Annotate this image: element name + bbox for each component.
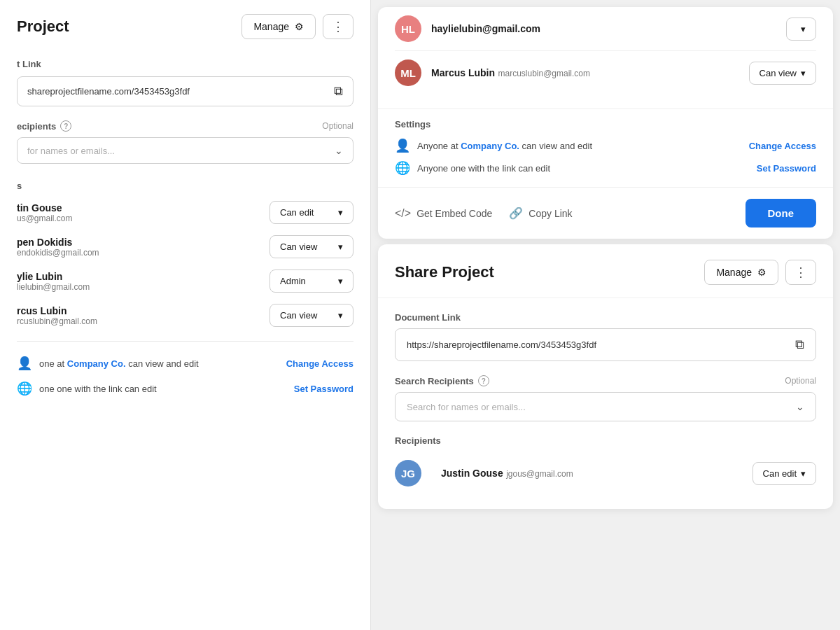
recipients-label-left: ecipients ? — [17, 120, 71, 132]
avatar-hayli: HL — [395, 15, 421, 42]
bottom-dots-icon: ⋮ — [794, 265, 807, 279]
company-settings-text: one at Company Co. can view and edit — [39, 358, 199, 369]
done-button[interactable]: Done — [746, 199, 817, 227]
embed-code-button[interactable]: </> Get Embed Code — [395, 207, 492, 220]
right-panel: HL haylielubin@gmail.com ▾ ML Marcus Lub… — [371, 0, 840, 630]
divider — [17, 341, 354, 342]
top-modal-body: HL haylielubin@gmail.com ▾ ML Marcus Lub… — [378, 7, 833, 108]
avatar-marcus: ML — [395, 59, 421, 86]
doc-link-box-bottom: https://shareprojectfilename.com/3453453… — [395, 328, 816, 361]
help-icon-bottom[interactable]: ? — [478, 375, 489, 386]
manage-label: Manage — [253, 21, 289, 32]
recipient-info: pen Dokidis endokidis@gmail.com — [17, 237, 99, 258]
recipient-row: ylie Lubin lielubin@gmail.com Admin ▾ — [17, 270, 354, 293]
permission-dropdown-3[interactable]: Can view ▾ — [270, 304, 354, 327]
recipient-name: rcus Lubin — [17, 305, 97, 316]
user-row-hayli: HL haylielubin@gmail.com ▾ — [395, 7, 816, 51]
left-panel-title: Project — [17, 18, 69, 36]
chevron-icon: ▾ — [801, 24, 806, 34]
top-modal-card: HL haylielubin@gmail.com ▾ ML Marcus Lub… — [378, 7, 833, 239]
globe-icon: 🌐 — [395, 160, 410, 176]
settings-link-text: Anyone one with the link can edit — [417, 163, 550, 174]
doc-link-label: t Link — [17, 59, 354, 69]
avatar-justin: JG — [395, 460, 421, 486]
recipient-name: ylie Lubin — [17, 271, 90, 282]
embed-icon: </> — [395, 207, 411, 220]
chevron-icon: ▾ — [338, 276, 343, 286]
doc-link-section: Document Link https://shareprojectfilena… — [395, 312, 816, 361]
globe-icon: 🌐 — [17, 381, 32, 396]
optional-label: Optional — [322, 121, 354, 131]
manage-button[interactable]: Manage ⚙ — [241, 14, 316, 39]
permission-dropdown-1[interactable]: Can view ▾ — [270, 235, 354, 258]
doc-link-url-bottom: https://shareprojectfilename.com/3453453… — [407, 340, 790, 350]
permission-dropdown-justin[interactable]: Can edit ▾ — [752, 462, 816, 485]
recipient-info: ylie Lubin lielubin@gmail.com — [17, 271, 90, 292]
link-icon: 🔗 — [509, 206, 523, 220]
permission-dropdown-hayli[interactable]: ▾ — [786, 18, 816, 41]
user-name-marcus: Marcus Lubin — [431, 67, 495, 78]
copy-doc-link-button[interactable]: ⧉ — [795, 337, 804, 352]
settings-item-left: 🌐 Anyone one with the link can edit — [395, 160, 550, 176]
copy-link-button[interactable]: 🔗 Copy Link — [509, 206, 572, 220]
search-recipients-header: Search Recipients ? Optional — [395, 375, 816, 386]
search-input-bottom[interactable]: Search for names or emails... ⌄ — [395, 392, 816, 421]
recipient-item-justin: JG Justin Gouse jgous@gmail.com Can edit… — [395, 454, 816, 492]
recipient-email: lielubin@gmail.com — [17, 282, 90, 292]
help-icon[interactable]: ? — [60, 120, 71, 132]
user-details: haylielubin@gmail.com — [431, 22, 786, 35]
recipients-section-label: s — [17, 181, 354, 191]
embed-code-label: Get Embed Code — [416, 208, 492, 219]
gear-icon: ⚙ — [295, 21, 304, 32]
recipient-email: rcuslubin@gmail.com — [17, 316, 97, 326]
header-actions: Manage ⚙ ⋮ — [241, 14, 354, 39]
bottom-modal-header: Share Project Manage ⚙ ⋮ — [378, 244, 833, 298]
recipient-name: tin Gouse — [17, 202, 73, 214]
change-access-button-left[interactable]: Change Access — [286, 358, 354, 369]
optional-label-bottom: Optional — [785, 376, 816, 386]
chevron-icon: ▾ — [801, 468, 806, 479]
bottom-manage-label: Manage — [716, 267, 752, 278]
settings-left: 🌐 one one with the link can edit — [17, 381, 157, 396]
user-email-marcus: marcuslubin@gmail.com — [498, 69, 590, 78]
settings-row-link: 🌐 one one with the link can edit Set Pas… — [17, 381, 354, 396]
change-access-button-top[interactable]: Change Access — [749, 141, 816, 151]
search-recipients-label: Search Recipients ? — [395, 375, 489, 386]
user-details-justin: Justin Gouse jgous@gmail.com — [441, 467, 752, 479]
settings-company-text: Anyone at Company Co. can view and edit — [417, 141, 592, 151]
set-password-button-top[interactable]: Set Password — [757, 163, 816, 174]
bottom-more-options-button[interactable]: ⋮ — [785, 260, 816, 285]
company-name: Company Co. — [67, 358, 126, 369]
link-settings-text: one one with the link can edit — [39, 384, 157, 394]
search-input-placeholder: Search for names or emails... — [407, 402, 796, 412]
search-recipients-section: Search Recipients ? Optional Search for … — [395, 375, 816, 421]
set-password-button-left[interactable]: Set Password — [294, 384, 354, 394]
recipient-row: tin Gouse us@gmail.com Can edit ▾ — [17, 201, 354, 224]
recipients-header: ecipients ? Optional — [17, 120, 354, 132]
permission-dropdown-marcus[interactable]: Can view ▾ — [749, 62, 816, 85]
chevron-down-icon: ⌄ — [335, 145, 343, 156]
person-icon: 👤 — [17, 356, 32, 371]
bottom-manage-button[interactable]: Manage ⚙ — [704, 260, 778, 285]
left-panel-header: Project Manage ⚙ ⋮ — [17, 14, 354, 39]
doc-link-box: shareprojectfilename.com/3453453g3fdf ⧉ — [17, 76, 354, 106]
user-email-justin: jgous@gmail.com — [506, 469, 573, 479]
dots-icon: ⋮ — [332, 20, 344, 34]
recipient-row: rcus Lubin rcuslubin@gmail.com Can view … — [17, 304, 354, 327]
user-details: Marcus Lubin marcuslubin@gmail.com — [431, 66, 749, 79]
permission-dropdown-2[interactable]: Admin ▾ — [270, 270, 354, 293]
doc-link-label-bottom: Document Link — [395, 312, 816, 323]
user-name-justin: Justin Gouse — [441, 468, 503, 479]
copy-link-icon[interactable]: ⧉ — [334, 84, 343, 99]
more-options-button[interactable]: ⋮ — [323, 14, 354, 39]
search-box-left[interactable]: for names or emails... ⌄ — [17, 137, 354, 164]
permission-dropdown-0[interactable]: Can edit ▾ — [270, 201, 354, 224]
company-name-top: Company Co. — [461, 141, 519, 151]
settings-row-company: 👤 one at Company Co. can view and edit C… — [17, 356, 354, 371]
recipient-email: endokidis@gmail.com — [17, 248, 99, 258]
chevron-icon: ▾ — [801, 68, 806, 78]
recipient-name: pen Dokidis — [17, 237, 99, 248]
recipient-info: rcus Lubin rcuslubin@gmail.com — [17, 305, 97, 326]
copy-link-label: Copy Link — [528, 208, 572, 219]
left-panel: Project Manage ⚙ ⋮ t Link shareprojectfi… — [0, 0, 371, 630]
